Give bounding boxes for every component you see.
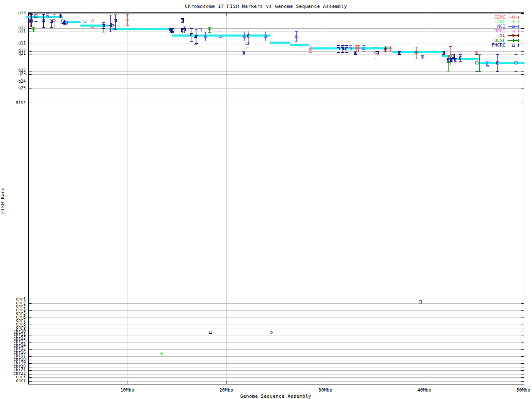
y-tick-label: p13 (0, 11, 26, 15)
error-cap (362, 52, 365, 52)
data-point-fhcrc (209, 331, 212, 334)
error-cap (183, 27, 186, 27)
error-bar-fhcrc (115, 15, 116, 30)
chart-title: Chromosome 17 FISH Markers vs Genome Seq… (0, 4, 532, 9)
error-cap (295, 41, 298, 42)
data-point-nci (349, 47, 352, 50)
y-tick-right (521, 325, 524, 325)
error-cap (454, 62, 457, 62)
y-tick-right (521, 54, 524, 54)
error-cap (449, 65, 452, 65)
y-tick-right (521, 332, 524, 332)
band-gridline (29, 381, 524, 382)
band-gridline (29, 321, 524, 321)
band-gridline (29, 332, 524, 332)
data-point-fhcrc (246, 42, 249, 45)
x-tick-label: 40Mbp (412, 387, 437, 393)
error-cap (204, 41, 207, 41)
y-tick-right (521, 300, 524, 300)
band-gridline (29, 310, 524, 311)
data-point-csmc (91, 19, 94, 22)
y-tick-right (521, 318, 524, 318)
error-cap (126, 25, 129, 26)
error-cap (421, 59, 424, 59)
data-point-nci (199, 28, 202, 31)
legend-sample-cap (518, 39, 519, 42)
data-point-fhcrc (345, 47, 348, 50)
error-cap (219, 41, 222, 41)
data-point-nci (243, 35, 246, 38)
error-cap (247, 31, 250, 31)
data-point-fhcrc (376, 52, 379, 54)
assembly-band-segment (270, 42, 290, 44)
data-point-fhcrc (183, 28, 186, 31)
legend-sample-cap (518, 16, 519, 19)
error-cap (349, 52, 352, 52)
x-tick-bottom (227, 381, 227, 384)
y-tick-right (521, 377, 524, 378)
band-gridline (29, 51, 524, 52)
error-cap (84, 19, 86, 19)
error-cap (478, 71, 481, 72)
error-cap (447, 71, 450, 71)
y-tick-left (29, 54, 32, 54)
y-tick-left (29, 89, 32, 89)
error-cap (208, 32, 211, 33)
y-tick-right (521, 310, 524, 311)
error-cap (337, 52, 340, 53)
x-tick-top (227, 13, 227, 16)
data-point-nci (264, 35, 267, 38)
error-cap (194, 44, 197, 44)
data-point-nci (486, 63, 489, 66)
error-cap (190, 41, 193, 42)
y-tick-right (521, 71, 524, 71)
data-point-fhcrc (496, 62, 499, 64)
y-tick-right (521, 346, 524, 346)
error-cap (50, 27, 53, 28)
data-point-fhcrc (63, 21, 66, 24)
error-cap (102, 22, 105, 23)
error-cap (30, 27, 33, 27)
y-tick-right (521, 314, 524, 314)
y-tick-right (521, 370, 524, 371)
assembly-band-segment (110, 28, 174, 30)
legend-sample-cap (508, 16, 508, 19)
x-tick-top (425, 13, 425, 16)
assembly-band-segment (442, 55, 448, 57)
band-gridline (29, 377, 524, 378)
error-cap (181, 18, 184, 19)
data-point-lanl-legend (513, 20, 514, 23)
legend-sample-cap (508, 44, 508, 47)
error-cap (62, 19, 64, 19)
legend-sample-cap (508, 20, 508, 23)
error-cap (30, 14, 33, 15)
band-gridline (29, 300, 524, 300)
band-gridline (29, 307, 524, 307)
error-cap (398, 54, 401, 55)
error-cap (246, 47, 249, 47)
band-gridline (29, 328, 524, 328)
band-gridline (29, 335, 524, 335)
data-point-csmc (126, 18, 129, 22)
error-cap (171, 32, 174, 33)
legend-sample-cap (508, 30, 508, 32)
error-cap (190, 28, 193, 29)
y-tick-left (29, 377, 32, 378)
error-cap (354, 54, 357, 55)
band-gridline (29, 374, 524, 374)
error-cap (91, 15, 94, 15)
data-point-fhcrc (30, 20, 33, 22)
error-cap (295, 31, 298, 32)
data-point-fhcrc (247, 34, 250, 37)
error-cap (32, 32, 35, 32)
error-cap (389, 46, 392, 46)
error-cap (91, 27, 94, 28)
error-cap (341, 45, 344, 46)
y-tick-left (29, 321, 32, 321)
data-point-fhcrc (114, 19, 117, 22)
data-point-fhcrc (242, 52, 245, 54)
y-tick-right (521, 363, 524, 364)
x-axis-title: Genome Sequence Assembly (28, 394, 523, 399)
error-cap (111, 23, 114, 23)
y-tick-right (521, 44, 524, 44)
